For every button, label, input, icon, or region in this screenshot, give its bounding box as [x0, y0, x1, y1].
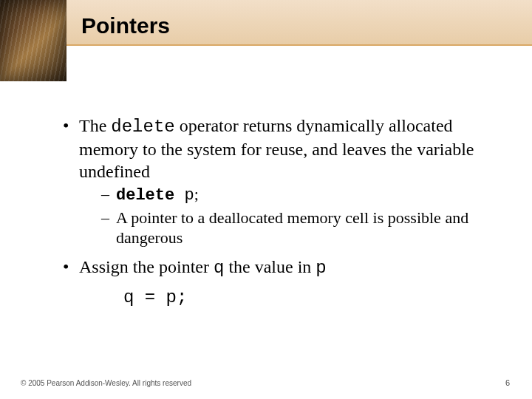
bullet-text: Assign the pointer: [79, 257, 214, 276]
bullet-text: the value in: [224, 257, 316, 276]
inline-code-bold: delete: [116, 186, 174, 205]
inline-code: p: [316, 258, 326, 278]
bullet-text: ;: [194, 185, 199, 203]
code-block: q = p;: [123, 287, 488, 309]
bullet-text: The: [79, 116, 111, 135]
slide-title: Pointers: [81, 13, 170, 38]
sub-bullet-item: A pointer to a deallocated memory cell i…: [101, 208, 488, 248]
inline-code: q: [214, 258, 224, 278]
slide-header: Pointers: [0, 0, 532, 81]
copyright-footer: © 2005 Pearson Addison-Wesley. All right…: [21, 379, 191, 387]
slide-content: The delete operator returns dynamically …: [63, 115, 488, 313]
inline-code: delete: [111, 117, 174, 137]
header-gradient: [0, 0, 532, 46]
bullet-item: Assign the pointer q the value in p q = …: [63, 256, 488, 309]
header-decorative-image: [0, 0, 66, 81]
bullet-item: The delete operator returns dynamically …: [63, 115, 488, 248]
bullet-text: A pointer to a deallocated memory cell i…: [116, 208, 468, 248]
inline-code: p: [174, 186, 194, 205]
sub-bullet-item: delete p;: [101, 184, 488, 206]
sub-list: delete p; A pointer to a deallocated mem…: [101, 184, 488, 248]
page-number: 6: [505, 378, 510, 387]
